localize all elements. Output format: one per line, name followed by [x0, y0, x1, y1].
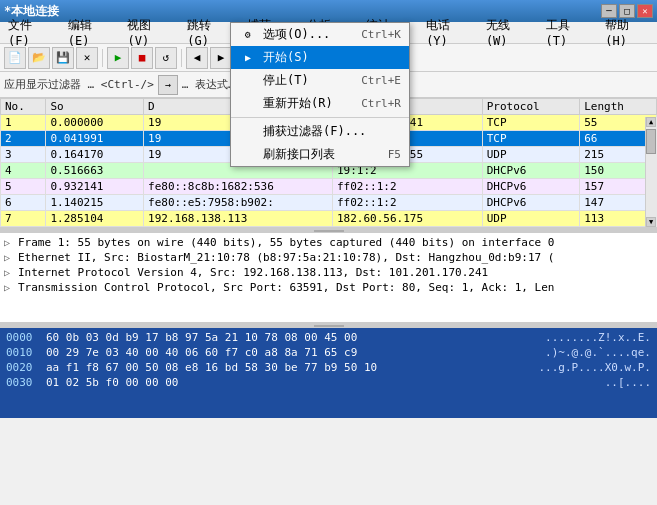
menu-refresh-interfaces[interactable]: 刷新接口列表 F5: [231, 143, 409, 166]
menu-tools[interactable]: 工具(T): [538, 22, 598, 43]
hex-line: 0020aa f1 f8 67 00 50 08 e8 16 bd 58 30 …: [2, 360, 655, 375]
col-time[interactable]: So: [46, 99, 144, 115]
menu-view[interactable]: 视图(V): [119, 22, 179, 43]
save-button[interactable]: 💾: [52, 47, 74, 69]
col-length[interactable]: Length: [580, 99, 657, 115]
filter-expr-label: … 表达式…: [182, 77, 235, 92]
menu-capture-restart[interactable]: 重新开始(R) Ctrl+R: [231, 92, 409, 115]
separator1: [102, 49, 103, 67]
stop-capture-button[interactable]: ■: [131, 47, 153, 69]
menu-capture-stop[interactable]: 停止(T) Ctrl+E: [231, 69, 409, 92]
detail-line[interactable]: ▷Transmission Control Protocol, Src Port…: [2, 280, 655, 295]
table-row[interactable]: 5 0.932141 fe80::8c8b:1682:536 ff02::1:2…: [1, 179, 657, 195]
detail-line[interactable]: ▷Ethernet II, Src: BiostarM_21:10:78 (b8…: [2, 250, 655, 265]
col-no[interactable]: No.: [1, 99, 46, 115]
hex-panel: 000060 0b 03 0d b9 17 b8 97 5a 21 10 78 …: [0, 328, 657, 418]
menu-phone[interactable]: 电话(Y): [418, 22, 478, 43]
new-capture-button[interactable]: 📄: [4, 47, 26, 69]
menu-separator: [231, 117, 409, 118]
detail-line[interactable]: ▷Frame 1: 55 bytes on wire (440 bits), 5…: [2, 235, 655, 250]
menu-capture-options[interactable]: ⚙ 选项(O)... Ctrl+K: [231, 23, 409, 46]
table-row[interactable]: 7 1.285104 192.168.138.113 182.60.56.175…: [1, 211, 657, 227]
back-button[interactable]: ◀: [186, 47, 208, 69]
close-file-button[interactable]: ✕: [76, 47, 98, 69]
table-row[interactable]: 6 1.140215 fe80::e5:7958:b902: ff02::1:2…: [1, 195, 657, 211]
forward-button[interactable]: ▶: [210, 47, 232, 69]
hex-line: 001000 29 7e 03 40 00 40 06 60 f7 c0 a8 …: [2, 345, 655, 360]
hex-line: 000060 0b 03 0d b9 17 b8 97 5a 21 10 78 …: [2, 330, 655, 345]
menu-wireless[interactable]: 无线(W): [478, 22, 538, 43]
menu-capture-filter[interactable]: 捕获过滤器(F)...: [231, 120, 409, 143]
minimize-button[interactable]: ─: [601, 4, 617, 18]
menu-capture-start[interactable]: ▶ 开始(S): [231, 46, 409, 69]
separator2: [181, 49, 182, 67]
capture-dropdown-menu: ⚙ 选项(O)... Ctrl+K ▶ 开始(S) 停止(T) Ctrl+E 重…: [230, 22, 410, 167]
menu-help[interactable]: 帮助(H): [597, 22, 657, 43]
menu-edit[interactable]: 编辑(E): [60, 22, 120, 43]
restart-capture-button[interactable]: ↺: [155, 47, 177, 69]
detail-line[interactable]: ▷Internet Protocol Version 4, Src: 192.1…: [2, 265, 655, 280]
close-button[interactable]: ✕: [637, 4, 653, 18]
filter-arrow-button[interactable]: →: [158, 75, 178, 95]
table-scrollbar[interactable]: ▲ ▼: [645, 117, 657, 227]
menu-file[interactable]: 文件(F): [0, 22, 60, 43]
title-controls: ─ □ ✕: [601, 4, 653, 18]
open-file-button[interactable]: 📂: [28, 47, 50, 69]
filter-label: 应用显示过滤器 … <Ctrl-/>: [4, 77, 154, 92]
col-protocol[interactable]: Protocol: [482, 99, 580, 115]
maximize-button[interactable]: □: [619, 4, 635, 18]
start-capture-button[interactable]: ▶: [107, 47, 129, 69]
detail-panel: ▷Frame 1: 55 bytes on wire (440 bits), 5…: [0, 233, 657, 323]
hex-line: 003001 02 5b f0 00 00 00..[....: [2, 375, 655, 390]
